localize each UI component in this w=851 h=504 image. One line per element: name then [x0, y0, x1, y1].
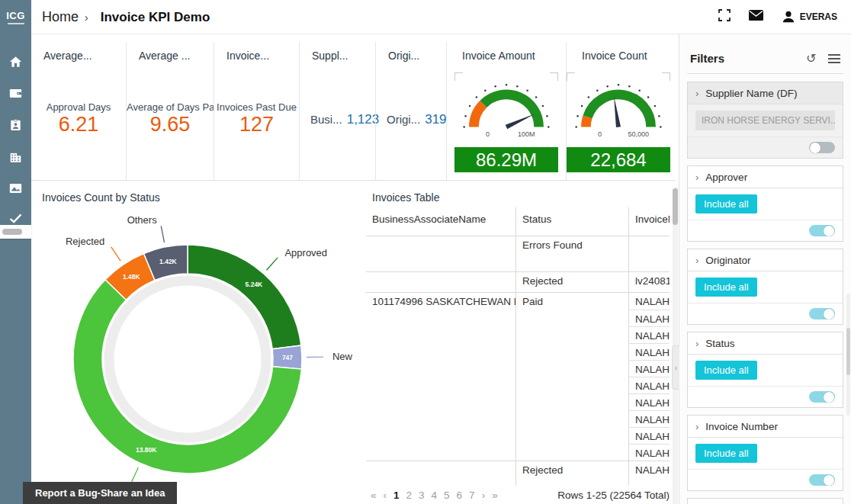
supplier-name-value-input[interactable]: IRON HORSE ENERGY SERVI...: [695, 111, 835, 130]
table-row[interactable]: NALAH00: [366, 393, 670, 410]
table-cell: [366, 310, 515, 326]
include-all-button[interactable]: Include all: [695, 278, 757, 297]
pagination-page-button[interactable]: 7: [469, 490, 475, 501]
table-row[interactable]: NALAH00: [366, 444, 670, 461]
chevron-right-icon: ›: [695, 88, 698, 99]
filters-scrollbar-thumb[interactable]: [846, 328, 850, 375]
kpi-card-invoices-past-due[interactable]: Invoice... Invoices Past Due 127: [214, 42, 299, 180]
invoices-table: BusinessAssociateName Status InvoiceNu E…: [366, 207, 670, 486]
filter-group-label: Approver: [705, 172, 747, 183]
logo-text: ICG: [6, 10, 25, 21]
filter-group-label: Status: [705, 338, 734, 349]
table-cell: [366, 377, 515, 393]
pagination-page-button[interactable]: 3: [419, 490, 425, 501]
kpi-card-invoice-count-gauge[interactable]: Invoice Count 050,000 22,684: [566, 42, 670, 180]
filter-group-body: Include all: [688, 188, 843, 220]
table-cell: [366, 427, 515, 444]
include-all-button[interactable]: Include all: [695, 194, 757, 213]
app-logo[interactable]: ICG: [0, 0, 31, 34]
table-row[interactable]: NALAH00: [366, 343, 670, 360]
table-row[interactable]: NALAH00: [366, 326, 670, 343]
check-icon[interactable]: [9, 213, 22, 223]
column-header[interactable]: InvoiceNu: [628, 207, 670, 236]
invoice-kpi-dashboard: ICG Home › Invoice KPI Demo EVERAS: [0, 0, 851, 504]
kpi-label: Approval Days: [31, 101, 126, 113]
include-all-button[interactable]: Include all: [695, 361, 757, 380]
table-row[interactable]: NALAH00: [366, 410, 670, 427]
table-row[interactable]: 101174996 SASKATCHEWAN LTDPaidNALAH00: [366, 292, 670, 310]
home-icon[interactable]: [9, 56, 22, 68]
table-row[interactable]: RejectedNALAH00: [366, 461, 670, 478]
svg-text:0: 0: [486, 130, 490, 138]
filter-group-header[interactable]: ›Approver: [688, 166, 843, 188]
include-all-button[interactable]: Include all: [695, 444, 757, 463]
table-row[interactable]: NALAH00: [366, 377, 670, 393]
pagination-last-button[interactable]: »: [492, 490, 498, 501]
kpi-card-days-past[interactable]: Average ... Average of Days Pas... 9.65: [126, 42, 214, 180]
fullscreen-icon[interactable]: [718, 9, 731, 24]
table-row[interactable]: Errors Found: [366, 236, 670, 271]
filter-toggle[interactable]: [809, 225, 835, 236]
table-cell: [366, 410, 515, 427]
pagination-page-button[interactable]: 5: [444, 490, 450, 501]
column-header[interactable]: BusinessAssociateName: [366, 207, 515, 236]
kpi-card-approval-days[interactable]: Average... Approval Days 6.21: [31, 42, 126, 180]
table-cell: Paid: [515, 293, 628, 310]
table-row[interactable]: NALAH00: [366, 427, 670, 444]
kpi-card-invoice-amount-gauge[interactable]: Invoice Amount 0100M 86.29M: [446, 42, 566, 180]
filter-group-header[interactable]: ›Status: [688, 332, 843, 355]
pagination-prev-button[interactable]: ‹: [384, 490, 387, 501]
building-icon[interactable]: [9, 151, 22, 163]
table-row[interactable]: NALAH00: [366, 360, 670, 377]
table-scrollbar-thumb[interactable]: [673, 188, 678, 225]
menu-icon[interactable]: [828, 54, 840, 63]
table-cell: [366, 444, 515, 461]
filter-group-body: IRON HORSE ENERGY SERVI...: [688, 104, 843, 137]
pagination-first-button[interactable]: «: [371, 490, 377, 501]
filter-group-header[interactable]: ›Invoice Number: [688, 416, 843, 438]
pagination-page-button[interactable]: 6: [457, 490, 463, 501]
top-bar: ICG Home › Invoice KPI Demo EVERAS: [0, 0, 851, 34]
breadcrumb-home-link[interactable]: Home: [42, 9, 79, 25]
sidebar-scrollbar-thumb[interactable]: [2, 229, 22, 235]
svg-text:747: 747: [282, 354, 293, 361]
table-row[interactable]: NALAH00: [366, 310, 670, 326]
badge-icon[interactable]: [10, 119, 21, 131]
report-bug-button[interactable]: Report a Bug-Share an Idea: [23, 482, 177, 504]
filter-toggle[interactable]: [809, 142, 835, 153]
filter-group-header[interactable]: ›Supplier Name (DF): [688, 82, 843, 104]
table-header-row: BusinessAssociateName Status InvoiceNu: [366, 207, 670, 236]
invoice-count-gauge: 050,000: [567, 72, 670, 146]
refresh-icon[interactable]: ↻: [806, 51, 816, 66]
pagination-page-button[interactable]: 4: [432, 490, 438, 501]
pagination-next-button[interactable]: ›: [482, 490, 486, 501]
kpi-card-suppliers[interactable]: Suppl... Busi...1,123: [299, 42, 375, 180]
table-cell: Errors Found: [515, 236, 628, 271]
pagination-page-button[interactable]: 2: [406, 490, 413, 501]
user-menu[interactable]: EVERAS: [782, 10, 837, 24]
table-row[interactable]: Rejectedlv240817-: [366, 271, 670, 292]
filter-group-header[interactable]: ›Purchase Orders: [688, 499, 843, 504]
status-donut-chart[interactable]: 5.24KApproved747New13.80K1.48KRejected1.…: [31, 199, 366, 504]
table-cell: [366, 343, 515, 360]
wallet-icon[interactable]: [9, 88, 22, 99]
kpi-value: 319: [425, 112, 446, 127]
sidebar-scrollbar[interactable]: [0, 225, 31, 239]
filters-scrollbar[interactable]: [846, 294, 850, 416]
filter-group-approver: ›ApproverInclude all: [687, 165, 843, 242]
main-content: Average... Approval Days 6.21 Average ..…: [31, 34, 679, 504]
filter-toggle[interactable]: [809, 474, 835, 486]
image-icon[interactable]: [9, 183, 22, 194]
kpi-card-originators[interactable]: Origi... Origi...319: [375, 42, 446, 180]
column-header[interactable]: Status: [515, 207, 628, 236]
filter-group-footer: [688, 303, 843, 324]
invoices-table-panel: Invoices Table BusinessAssociateName Sta…: [366, 181, 679, 504]
filter-toggle[interactable]: [809, 391, 835, 403]
pagination: «‹1234567›»Rows 1-25 (22564 Total): [366, 486, 670, 504]
mail-icon[interactable]: [749, 10, 763, 24]
table-cell: [515, 393, 628, 410]
filter-group-header[interactable]: ›Originator: [688, 249, 843, 271]
filters-collapse-handle[interactable]: ›: [672, 345, 679, 390]
filter-toggle[interactable]: [809, 308, 835, 319]
pagination-page-button[interactable]: 1: [393, 490, 400, 501]
